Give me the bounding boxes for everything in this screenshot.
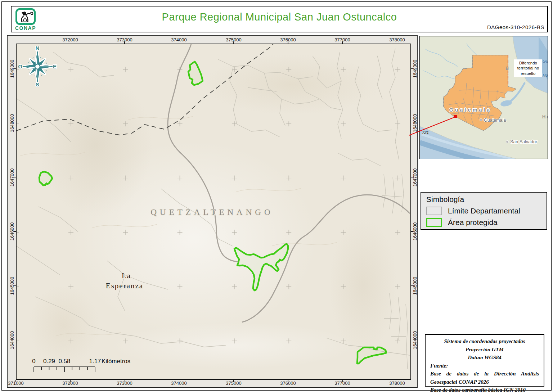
source-heading: Fuente: xyxy=(430,362,539,370)
conap-logo-text: CONAP xyxy=(14,25,37,31)
honduras-label: Ho xyxy=(542,114,548,120)
compass-o-label: O xyxy=(18,63,22,69)
legend: Simbología Límite Departamental Área pro… xyxy=(421,192,547,230)
svg-text:1.17: 1.17 xyxy=(89,358,101,365)
source-line-2: Base de datos cartografía básica IGN 201… xyxy=(430,386,539,392)
note-line: resuelto xyxy=(521,71,536,76)
capital-city-label: Guatemala xyxy=(484,118,506,123)
map-document-page: CONAP Parque Regional Municipal San Juan… xyxy=(0,0,553,392)
document-code: DAGeos-310-2026-BS xyxy=(487,24,544,30)
ref-number-label: 721 xyxy=(422,130,429,135)
coordinate-system-line: Sistema de coordenadas proyectadas xyxy=(430,337,539,346)
inset-map-layers: B Guatemala Guatemala San Salvador 721 H… xyxy=(420,36,548,159)
country-label: Guatemala xyxy=(449,107,491,113)
svg-text:Kilómetros: Kilómetros xyxy=(102,358,130,365)
legend-item-label: Área protegida xyxy=(448,218,498,227)
compass-e-label: E xyxy=(53,63,57,69)
map-canvas: QUETZALTENANGO La Esperanza xyxy=(16,44,411,380)
conap-logo: CONAP xyxy=(14,8,37,31)
map-frame: 372000 373000 374000 375000 376000 37700… xyxy=(7,35,418,388)
san-salvador-label: San Salvador xyxy=(510,139,537,144)
conap-logo-emblem xyxy=(15,8,36,25)
svg-text:0.58: 0.58 xyxy=(58,358,70,365)
grid-ticks-right xyxy=(411,68,413,341)
source-line-1: Base de datos de la Dirección Análisis G… xyxy=(430,370,539,386)
projection-line: Proyección GTM xyxy=(430,346,539,354)
inset-locator-map: B Guatemala Guatemala San Salvador 721 H… xyxy=(419,36,548,159)
header: CONAP Parque Regional Municipal San Juan… xyxy=(11,6,548,32)
svg-text:La: La xyxy=(122,271,131,280)
park-location-marker xyxy=(454,115,457,118)
monkey-icon xyxy=(18,10,33,23)
map-layers: QUETZALTENANGO La Esperanza xyxy=(17,44,410,379)
departmental-limit-swatch xyxy=(426,207,442,215)
department-label: QUETZALTENANGO xyxy=(150,208,273,217)
protected-area-swatch xyxy=(426,218,442,227)
credits-box: Sistema de coordenadas proyectadas Proye… xyxy=(425,334,544,387)
grid-ticks-bottom xyxy=(15,380,398,382)
compass-n-label: N xyxy=(36,45,40,51)
note-line: Diferendo xyxy=(519,61,537,65)
svg-text:0: 0 xyxy=(32,358,35,365)
note-line: territorial no xyxy=(517,66,539,70)
gulf-label-2: Gu xyxy=(543,59,548,63)
territorial-note-box: Diferendo territorial no resuelto xyxy=(514,59,542,77)
belize-label: B xyxy=(505,66,509,71)
svg-text:0.29: 0.29 xyxy=(43,358,55,365)
capital-city-dot xyxy=(480,119,482,121)
datum-line: Datum WGS84 xyxy=(430,353,539,362)
legend-title: Simbología xyxy=(426,195,541,204)
svg-text:Esperanza: Esperanza xyxy=(106,281,143,290)
legend-item-label: Límite Departamental xyxy=(448,207,520,215)
gulf-honduras-label: Hond xyxy=(543,73,548,77)
compass-s-label: S xyxy=(36,81,39,87)
page-title: Parque Regional Municipal San Juan Ostun… xyxy=(162,11,397,23)
san-salvador-dot xyxy=(506,141,509,143)
legend-item-protected-area: Área protegida xyxy=(426,218,541,227)
legend-item-departmental-limit: Límite Departamental xyxy=(426,207,541,215)
